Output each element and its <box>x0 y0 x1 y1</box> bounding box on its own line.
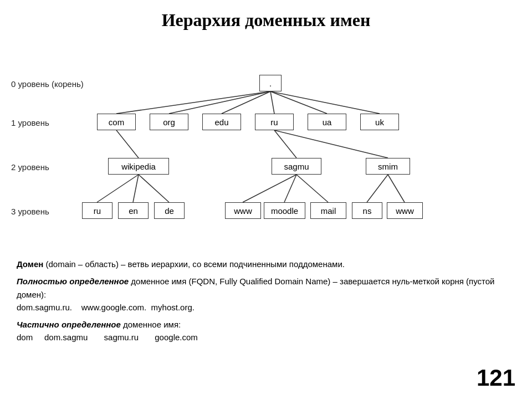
paragraph-3: Частично определенное доменное имя: dom … <box>17 318 515 344</box>
node-sagmu: sagmu <box>272 158 321 175</box>
svg-line-2 <box>222 91 270 114</box>
level-label-0: 0 уровень (корень) <box>11 79 84 89</box>
p1-bold: Домен <box>17 259 43 269</box>
svg-line-14 <box>296 175 328 202</box>
page-title: Иерархия доменных имен <box>0 0 532 36</box>
p1-normal: (domain – область) – ветвь иерархии, со … <box>43 259 345 269</box>
text-section: Домен (domain – область) – ветвь иерархи… <box>0 252 532 344</box>
p2-examples: dom.sagmu.ru. www.google.com. myhost.org… <box>17 303 195 312</box>
svg-line-8 <box>274 130 388 158</box>
node-smim: smim <box>366 158 410 175</box>
node-en: en <box>118 202 149 219</box>
p3-italic-bold: Частично определенное <box>17 320 121 329</box>
diagram-area: 0 уровень (корень) 1 уровень 2 уровень 3… <box>0 36 532 252</box>
node-org: org <box>150 114 188 130</box>
svg-line-6 <box>116 130 139 158</box>
svg-line-0 <box>116 91 270 114</box>
level-label-1: 1 уровень <box>11 118 49 127</box>
paragraph-2: Полностью определенное доменное имя (FQD… <box>17 275 515 314</box>
node-ua: ua <box>308 114 346 130</box>
p2-italic-bold: Полностью определенное <box>17 277 129 286</box>
node-wikipedia: wikipedia <box>108 158 169 175</box>
node-ns: ns <box>352 202 382 219</box>
node-com: com <box>97 114 136 130</box>
p3-normal: доменное имя: <box>121 320 181 329</box>
svg-line-1 <box>169 91 270 114</box>
node-mail: mail <box>310 202 346 219</box>
node-ru3: ru <box>82 202 112 219</box>
node-ru: ru <box>255 114 294 130</box>
node-uk: uk <box>360 114 399 130</box>
svg-line-10 <box>133 175 139 202</box>
svg-line-12 <box>243 175 296 202</box>
svg-line-5 <box>270 91 380 114</box>
node-www2: www <box>387 202 423 219</box>
svg-line-16 <box>388 175 405 202</box>
svg-line-3 <box>270 91 274 114</box>
level-label-2: 2 уровень <box>11 162 49 172</box>
page-number: 121 <box>477 365 515 391</box>
svg-line-4 <box>270 91 327 114</box>
svg-line-11 <box>139 175 169 202</box>
level-label-3: 3 уровень <box>11 207 49 216</box>
svg-line-9 <box>97 175 139 202</box>
paragraph-1: Домен (domain – область) – ветвь иерархи… <box>17 258 515 270</box>
svg-line-15 <box>367 175 388 202</box>
p3-examples: dom dom.sagmu sagmu.ru google.com <box>17 332 198 342</box>
svg-line-7 <box>274 130 296 158</box>
node-moodle: moodle <box>264 202 305 219</box>
tree-lines <box>0 36 532 252</box>
node-edu: edu <box>202 114 241 130</box>
svg-line-13 <box>284 175 296 202</box>
node-de: de <box>154 202 185 219</box>
node-www: www <box>225 202 261 219</box>
node-root: . <box>259 75 282 91</box>
